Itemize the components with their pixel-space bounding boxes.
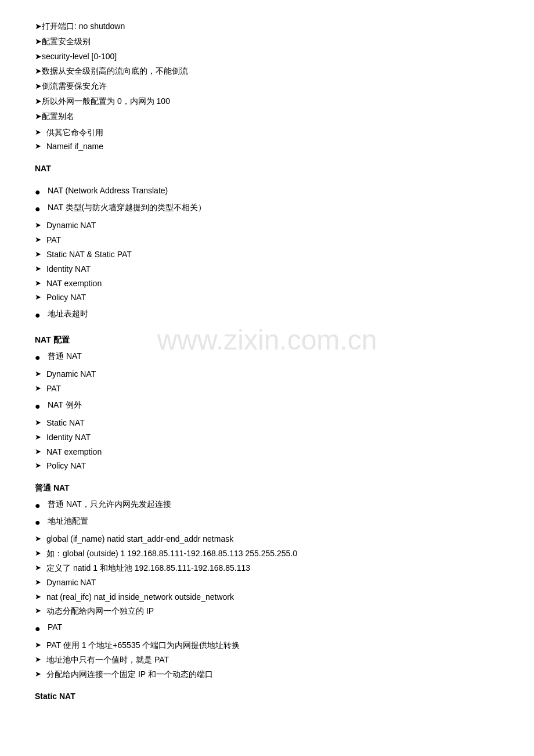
item-text: 地址池中只有一个值时，就是 PAT — [46, 653, 169, 667]
arrow-icon: ➤ — [35, 277, 46, 290]
arrow-icon: ➤ — [35, 233, 46, 246]
item-text: 普通 NAT — [48, 350, 82, 363]
item-text: NAT exemption — [46, 277, 102, 291]
list-item: ➤ Static NAT & Static PAT — [35, 248, 499, 262]
arrow-icon: ➤ — [35, 604, 46, 617]
item-text: 如：global (outside) 1 192.168.85.111-192.… — [46, 547, 297, 561]
list-item: ➤ Static NAT — [35, 416, 499, 430]
item-text: NAT (Network Address Translate) — [48, 184, 168, 198]
arrow-icon: ➤ — [35, 50, 42, 64]
list-item: ➤ 倒流需要保安允许 — [35, 80, 499, 93]
list-item: ● 地址表超时 — [35, 307, 499, 323]
nat-exception-sub: ➤ Static NAT ➤ Identity NAT ➤ NAT exempt… — [35, 416, 499, 473]
list-item: ● NAT 类型(与防火墙穿越提到的类型不相关） — [35, 201, 499, 217]
list-item: ➤ 配置安全级别 — [35, 35, 499, 49]
pat-label-list: ● PAT — [35, 621, 499, 636]
arrow-icon: ➤ — [35, 431, 46, 444]
list-item: ● PAT — [35, 621, 499, 636]
arrow-icon: ➤ — [35, 20, 42, 34]
arrow-icon: ➤ — [35, 80, 42, 93]
arrow-icon: ➤ — [35, 639, 46, 651]
arrow-icon: ➤ — [35, 382, 46, 395]
bullet-icon: ● — [35, 350, 48, 365]
bullet-icon: ● — [35, 398, 48, 414]
arrow-icon: ➤ — [35, 576, 46, 589]
list-item: ➤ 分配给内网连接一个固定 IP 和一个动态的端口 — [35, 668, 499, 682]
arrow-icon: ➤ — [35, 368, 46, 380]
intro-list: ➤ 打开端口: no shutdown ➤ 配置安全级别 ➤ security-… — [35, 20, 499, 124]
item-text: Dynamic NAT — [46, 219, 96, 233]
list-item: ➤ 所以外网一般配置为 0，内网为 100 — [35, 95, 499, 109]
list-item: ➤ 动态分配给内网一个独立的 IP — [35, 604, 499, 618]
list-item: ➤ 打开端口: no shutdown — [35, 20, 499, 34]
list-item: ➤ 配置别名 — [35, 110, 499, 124]
item-text: security-level [0-100] — [42, 50, 117, 64]
list-item: ➤ Identity NAT — [35, 262, 499, 276]
bullet-icon: ● — [35, 184, 48, 200]
arrow-icon: ➤ — [35, 668, 46, 681]
item-text: 供其它命令引用 — [46, 126, 103, 140]
bullet-icon: ● — [35, 201, 48, 217]
arrow-icon: ➤ — [35, 547, 46, 560]
nat-main-list: ● NAT (Network Address Translate) ● NAT … — [35, 184, 499, 217]
alias-sub-list: ➤ 供其它命令引用 ➤ Nameif if_name — [35, 126, 499, 154]
normal-nat-desc-list: ● 普通 NAT，只允许内网先发起连接 ● 地址池配置 — [35, 498, 499, 530]
arrow-icon: ➤ — [35, 291, 46, 304]
item-text: NAT 例外 — [48, 398, 82, 412]
nat-config-heading: NAT 配置 — [35, 333, 499, 347]
arrow-icon: ➤ — [35, 219, 46, 232]
arrow-icon: ➤ — [35, 262, 46, 275]
item-text: 定义了 natid 1 和地址池 192.168.85.111-192.168.… — [46, 561, 250, 575]
item-text: PAT — [46, 382, 61, 396]
arrow-icon: ➤ — [35, 95, 42, 109]
list-item: ➤ 定义了 natid 1 和地址池 192.168.85.111-192.16… — [35, 561, 499, 575]
list-item: ● 普通 NAT — [35, 350, 499, 365]
list-item: ● 地址池配置 — [35, 514, 499, 530]
item-text: 地址池配置 — [48, 514, 88, 528]
item-text: 动态分配给内网一个独立的 IP — [46, 604, 154, 618]
normal-nat-sub: ➤ Dynamic NAT ➤ PAT — [35, 368, 499, 396]
arrow-icon: ➤ — [35, 591, 46, 603]
bullet-icon: ● — [35, 514, 48, 530]
item-text: Static NAT & Static PAT — [46, 248, 132, 262]
list-item: ➤ 如：global (outside) 1 192.168.85.111-19… — [35, 547, 499, 561]
normal-nat-heading: 普通 NAT — [35, 481, 499, 495]
list-item: ➤ PAT — [35, 382, 499, 396]
item-text: 倒流需要保安允许 — [42, 80, 107, 93]
arrow-icon: ➤ — [35, 140, 46, 153]
item-text: nat (real_ifc) nat_id inside_network out… — [46, 591, 234, 604]
list-item: ➤ 数据从安全级别高的流向底的，不能倒流 — [35, 64, 499, 78]
list-item: ➤ 供其它命令引用 — [35, 126, 499, 140]
list-item: ● NAT 例外 — [35, 398, 499, 414]
item-text: Identity NAT — [46, 262, 91, 276]
list-item: ➤ Dynamic NAT — [35, 576, 499, 590]
item-text: Identity NAT — [46, 431, 91, 445]
list-item: ➤ PAT 使用 1 个地址+65535 个端口为内网提供地址转换 — [35, 639, 499, 653]
static-nat-heading: Static NAT — [35, 690, 499, 704]
item-text: 普通 NAT，只允许内网先发起连接 — [48, 498, 171, 512]
item-text: NAT exemption — [46, 445, 102, 459]
item-text: Static NAT — [46, 416, 85, 430]
list-item: ➤ 地址池中只有一个值时，就是 PAT — [35, 653, 499, 667]
item-text: NAT 类型(与防火墙穿越提到的类型不相关） — [48, 201, 206, 215]
pat-items-list: ➤ PAT 使用 1 个地址+65535 个端口为内网提供地址转换 ➤ 地址池中… — [35, 639, 499, 681]
list-item: ➤ nat (real_ifc) nat_id inside_network o… — [35, 591, 499, 604]
list-item: ➤ Nameif if_name — [35, 140, 499, 154]
nat-config-section: ● 普通 NAT ➤ Dynamic NAT ➤ PAT ● NAT 例外 ➤ … — [35, 350, 499, 473]
list-item: ➤ Identity NAT — [35, 431, 499, 445]
item-text: 地址表超时 — [48, 307, 88, 321]
nat-heading: NAT — [35, 162, 499, 176]
arrow-icon: ➤ — [35, 248, 46, 261]
arrow-icon: ➤ — [35, 416, 46, 429]
arrow-icon: ➤ — [35, 459, 46, 472]
arrow-icon: ➤ — [35, 445, 46, 458]
list-item: ● 普通 NAT，只允许内网先发起连接 — [35, 498, 499, 513]
item-text: 配置别名 — [42, 110, 74, 124]
list-item: ● NAT (Network Address Translate) — [35, 184, 499, 200]
item-text: Policy NAT — [46, 291, 86, 305]
list-item: ➤ NAT exemption — [35, 277, 499, 291]
item-text: 打开端口: no shutdown — [42, 20, 125, 34]
normal-nat-section: ● 普通 NAT，只允许内网先发起连接 ● 地址池配置 ➤ global (if… — [35, 498, 499, 682]
list-item: ➤ NAT exemption — [35, 445, 499, 459]
list-item: ➤ security-level [0-100] — [35, 50, 499, 64]
